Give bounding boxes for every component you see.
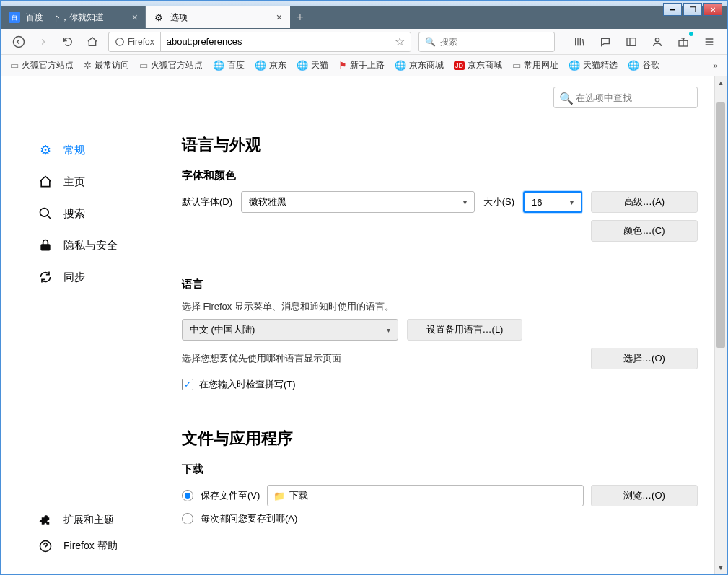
sidebar-item-addons[interactable]: 扩展和主题	[23, 507, 118, 533]
search-icon	[38, 206, 53, 221]
select-value: 微软雅黑	[249, 196, 286, 209]
chevron-down-icon: ▾	[463, 198, 467, 206]
sidebar-item-label: 隐私与安全	[63, 239, 118, 253]
bookmark-item[interactable]: ⚑新手上路	[338, 59, 385, 71]
subsection-language: 语言	[182, 278, 698, 291]
jd-icon: JD	[454, 61, 465, 70]
bookmark-item[interactable]: 🌐天猫	[297, 59, 328, 71]
sidebar-item-label: 同步	[63, 271, 85, 284]
sidebar-item-sync[interactable]: 同步	[23, 261, 167, 293]
window-close-button[interactable]: ✕	[703, 3, 722, 16]
sidebar-item-general[interactable]: ⚙ 常规	[23, 134, 167, 166]
tab-baidu[interactable]: 百 百度一下，你就知道 ×	[1, 6, 146, 28]
identity-box[interactable]: Firefox	[109, 32, 161, 51]
subsection-download: 下载	[182, 462, 698, 476]
scroll-up-button[interactable]: ▲	[715, 76, 727, 89]
bookmark-item[interactable]: 🌐谷歌	[628, 59, 659, 71]
spellcheck-label: 在您输入时检查拼写(T)	[199, 378, 296, 391]
spellcheck-checkbox[interactable]: ✓	[182, 379, 193, 390]
home-button[interactable]	[84, 33, 101, 51]
preferred-language-description: 选择您想要优先使用哪种语言显示页面	[182, 352, 341, 365]
window-minimize-button[interactable]: ━	[663, 3, 682, 16]
folder-icon: ▭	[512, 60, 521, 71]
section-title-files: 文件与应用程序	[182, 428, 698, 449]
bookmark-item[interactable]: 🌐百度	[213, 59, 245, 71]
close-icon[interactable]: ×	[132, 12, 138, 23]
forward-button[interactable]	[35, 33, 52, 51]
reload-button[interactable]	[59, 33, 76, 51]
baidu-favicon-icon: 百	[9, 12, 20, 23]
vertical-scrollbar[interactable]: ▲ ▼	[714, 76, 727, 574]
font-size-label: 大小(S)	[483, 196, 514, 209]
gift-icon[interactable]	[675, 33, 692, 51]
sidebar-icon[interactable]	[623, 33, 640, 51]
gear-icon: ⚙	[38, 142, 53, 158]
globe-icon: 🌐	[569, 60, 580, 71]
colors-button[interactable]: 颜色…(C)	[591, 220, 698, 242]
sidebar-item-help[interactable]: Firefox 帮助	[23, 533, 118, 559]
save-to-label: 保存文件至(V)	[201, 489, 260, 502]
bookmark-item[interactable]: 🌐天猫精选	[569, 59, 618, 71]
url-input[interactable]	[161, 36, 389, 47]
bookmarks-overflow-button[interactable]: »	[713, 61, 718, 71]
back-button[interactable]	[10, 33, 27, 51]
folder-icon: ▭	[10, 60, 19, 71]
bookmark-item[interactable]: 🌐京东商城	[395, 59, 444, 71]
svg-rect-2	[627, 38, 636, 45]
download-path-field[interactable]: 📁 下载	[267, 485, 584, 506]
prefs-sidebar: ⚙ 常规 主页 搜索 隐私与安全 同步 扩展和	[1, 76, 167, 574]
close-icon[interactable]: ×	[276, 12, 282, 23]
tab-strip: 百 百度一下，你就知道 × ⚙ 选项 × +	[1, 6, 727, 29]
menu-button[interactable]	[701, 33, 718, 51]
chat-icon[interactable]	[597, 33, 614, 51]
alt-languages-button[interactable]: 设置备用语言…(L)	[407, 319, 522, 341]
url-bar[interactable]: Firefox ☆	[108, 32, 411, 52]
bookmark-item[interactable]: ▭火狐官方站点	[10, 59, 74, 71]
sidebar-item-home[interactable]: 主页	[23, 166, 167, 198]
search-input[interactable]	[440, 37, 548, 47]
browse-button[interactable]: 浏览…(O)	[591, 485, 698, 506]
svg-point-0	[14, 36, 25, 47]
subsection-fonts: 字体和颜色	[182, 169, 698, 183]
folder-icon: 📁	[273, 491, 285, 501]
scroll-thumb[interactable]	[716, 102, 725, 348]
prefs-search[interactable]: 🔍	[553, 87, 698, 108]
folder-icon: ▭	[139, 60, 148, 71]
choose-language-button[interactable]: 选择…(O)	[591, 348, 698, 369]
bookmark-item[interactable]: ▭常用网址	[512, 59, 558, 71]
home-icon	[38, 175, 53, 189]
default-font-select[interactable]: 微软雅黑 ▾	[241, 191, 475, 213]
sidebar-item-search[interactable]: 搜索	[23, 198, 167, 229]
font-size-select[interactable]: 16 ▾	[523, 191, 582, 213]
always-ask-radio[interactable]	[182, 513, 193, 524]
globe-icon: 🌐	[628, 60, 639, 71]
select-value: 中文 (中国大陆)	[190, 323, 255, 336]
scroll-down-button[interactable]: ▼	[715, 561, 727, 574]
bookmark-item[interactable]: JD京东商城	[454, 59, 502, 71]
language-select[interactable]: 中文 (中国大陆) ▾	[182, 319, 398, 341]
search-icon: 🔍	[559, 92, 574, 105]
window-maximize-button[interactable]: ❐	[683, 3, 702, 16]
tab-label: 百度一下，你就知道	[26, 12, 104, 24]
library-button[interactable]	[571, 33, 588, 51]
sidebar-item-privacy[interactable]: 隐私与安全	[23, 229, 167, 261]
new-tab-button[interactable]: +	[290, 7, 310, 27]
bookmark-star-icon[interactable]: ☆	[389, 35, 411, 48]
globe-icon: 🌐	[255, 60, 266, 71]
account-icon[interactable]	[649, 33, 666, 51]
prefs-search-input[interactable]	[553, 87, 698, 108]
bookmark-item[interactable]: ▭火狐官方站点	[139, 59, 203, 71]
bookmark-item[interactable]: 🌐京东	[255, 59, 286, 71]
advanced-fonts-button[interactable]: 高级…(A)	[591, 191, 698, 213]
bookmark-item[interactable]: ✲最常访问	[84, 59, 129, 71]
sync-icon	[38, 270, 53, 284]
always-ask-label: 每次都问您要存到哪(A)	[201, 512, 297, 525]
tab-preferences[interactable]: ⚙ 选项 ×	[146, 6, 290, 28]
search-bar[interactable]: 🔍	[418, 32, 555, 52]
save-to-radio[interactable]	[182, 490, 193, 501]
help-icon	[38, 540, 53, 553]
bookmarks-toolbar: ▭火狐官方站点 ✲最常访问 ▭火狐官方站点 🌐百度 🌐京东 🌐天猫 ⚑新手上路 …	[1, 55, 727, 76]
globe-icon: 🌐	[395, 60, 406, 71]
sidebar-item-label: 常规	[63, 144, 85, 157]
svg-point-5	[40, 209, 49, 217]
